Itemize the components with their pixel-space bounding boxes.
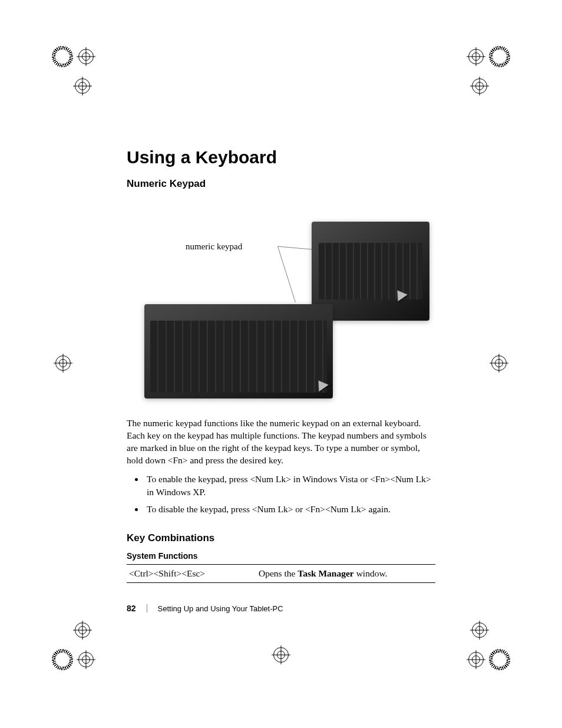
crop-mark-mid-bottom xyxy=(274,648,288,664)
bullet-item: To disable the keypad, press <Num Lk> or… xyxy=(144,503,435,516)
crop-mark-mid-right xyxy=(492,356,506,373)
key-combinations-table: <Ctrl><Shift><Esc> Opens the Task Manage… xyxy=(127,564,435,583)
figure-image-external-keyboard xyxy=(144,304,333,398)
table-row: <Ctrl><Shift><Esc> Opens the Task Manage… xyxy=(127,565,435,582)
crop-target-icon xyxy=(469,50,483,64)
crop-target-icon xyxy=(492,356,506,370)
bullet-list: To enable the keypad, press <Num Lk> in … xyxy=(127,473,435,516)
page-footer: 82 Setting Up and Using Your Tablet-PC xyxy=(127,604,283,613)
paragraph-numeric-keypad: The numeric keypad functions like the nu… xyxy=(127,417,435,467)
crop-target-icon xyxy=(79,653,93,667)
crop-target-icon xyxy=(75,623,90,637)
key-desc-cell: Opens the Task Manager window. xyxy=(259,568,387,579)
key-combo-cell: <Ctrl><Shift><Esc> xyxy=(129,568,259,579)
registration-dot-icon xyxy=(52,649,73,670)
page-number: 82 xyxy=(127,604,136,613)
figure-numeric-keypad: numeric keypad xyxy=(127,204,435,398)
registration-dot-icon xyxy=(52,46,73,67)
subsection-heading-system-functions: System Functions xyxy=(127,551,435,561)
section-heading-key-combinations: Key Combinations xyxy=(127,532,435,544)
bullet-item: To enable the keypad, press <Num Lk> in … xyxy=(144,473,435,499)
crop-target-icon xyxy=(469,653,483,667)
crop-target-icon xyxy=(75,79,90,93)
page-title: Using a Keyboard xyxy=(127,147,435,167)
registration-dot-icon xyxy=(489,46,510,67)
page: Using a Keyboard Numeric Keypad numeric … xyxy=(0,0,562,728)
crop-target-icon xyxy=(274,648,288,662)
chapter-title: Setting Up and Using Your Tablet-PC xyxy=(158,604,283,613)
crop-target-icon xyxy=(472,623,487,637)
crop-mark-top-right xyxy=(451,46,510,105)
key-desc-bold: Task Manager xyxy=(297,568,353,578)
figure-caption: numeric keypad xyxy=(186,242,242,252)
section-heading-numeric-keypad: Numeric Keypad xyxy=(127,178,435,190)
crop-mark-mid-left xyxy=(56,356,70,373)
content-area: Using a Keyboard Numeric Keypad numeric … xyxy=(127,147,435,583)
key-desc-prefix: Opens the xyxy=(259,568,297,578)
crop-mark-bottom-left xyxy=(52,623,111,682)
key-desc-suffix: window. xyxy=(354,568,388,578)
crop-target-icon xyxy=(79,50,93,64)
crop-target-icon xyxy=(472,79,487,93)
footer-divider-icon xyxy=(147,604,147,612)
svg-line-1 xyxy=(278,246,296,302)
crop-target-icon xyxy=(56,356,70,370)
crop-mark-bottom-right xyxy=(451,623,510,682)
crop-mark-top-left xyxy=(52,46,111,105)
registration-dot-icon xyxy=(489,649,510,670)
